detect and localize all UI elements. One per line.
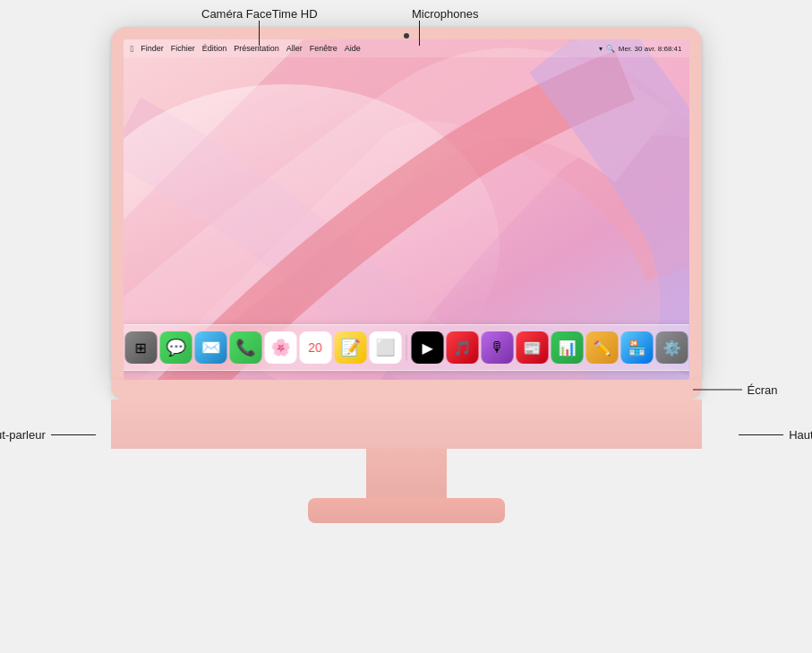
wifi-icon: ▾ xyxy=(599,45,603,53)
screen-annotation: Écran xyxy=(693,383,778,397)
speaker-left-line xyxy=(51,434,96,435)
stand-base xyxy=(308,498,505,523)
dock-sysprefs[interactable]: ⚙️ xyxy=(655,331,688,364)
datetime: Mer. 30 avr. 8:68:41 xyxy=(619,45,682,53)
dock-podcasts[interactable]: 🎙 xyxy=(481,331,513,364)
menu-finder: Finder xyxy=(141,44,164,53)
camera-pointer-line xyxy=(259,21,260,46)
search-icon: 🔍 xyxy=(606,45,615,53)
screen:  Finder Fichier Édition Présentation Al… xyxy=(124,39,689,380)
speaker-right-line xyxy=(739,434,783,435)
wallpaper:  Finder Fichier Édition Présentation Al… xyxy=(124,39,689,380)
apple-menu:  xyxy=(131,44,134,54)
scene: Caméra FaceTime HD Microphones xyxy=(0,0,812,653)
dock-notes[interactable]: 📝 xyxy=(334,331,366,364)
speaker-right-label: Haut-parleur xyxy=(789,428,812,442)
menu-fichier: Fichier xyxy=(171,44,195,53)
dock-photos[interactable]: 🌸 xyxy=(264,331,296,364)
stand-neck xyxy=(366,449,447,498)
dock-tv[interactable]: ▶ xyxy=(411,331,443,364)
camera-label: Caméra FaceTime HD xyxy=(201,7,318,21)
dock-phone[interactable]: 📞 xyxy=(229,331,261,364)
dock-reminders[interactable]: ⬜ xyxy=(369,331,401,364)
speaker-left-label: Haut-parleur xyxy=(0,428,46,442)
dock-mail[interactable]: ✉️ xyxy=(194,331,227,364)
menubar-right: ▾ 🔍 Mer. 30 avr. 8:68:41 xyxy=(599,45,682,53)
dock-numbers[interactable]: 📊 xyxy=(551,331,583,364)
dock-appstore[interactable]: 🏪 xyxy=(620,331,653,364)
dock-separator xyxy=(406,335,406,360)
dock-calendar[interactable]: 20 xyxy=(299,331,331,364)
dock-messages[interactable]: 💬 xyxy=(159,331,192,364)
imac-wrapper:  Finder Fichier Édition Présentation Al… xyxy=(111,27,702,523)
mic-pointer-line xyxy=(419,21,420,46)
dock: 🌀 ⊞ 💬 ✉️ xyxy=(124,324,689,371)
dock-pages[interactable]: ✏️ xyxy=(585,331,618,364)
monitor:  Finder Fichier Édition Présentation Al… xyxy=(111,27,702,380)
dock-music[interactable]: 🎵 xyxy=(446,331,478,364)
screen-line xyxy=(693,390,742,391)
speaker-right-annotation: Haut-parleur xyxy=(739,428,812,442)
bottom-body: Haut-parleur Haut-parleur xyxy=(111,400,702,449)
microphone-label: Microphones xyxy=(412,7,478,21)
dock-launchpad[interactable]: ⊞ xyxy=(124,331,157,364)
dock-news[interactable]: 📰 xyxy=(516,331,548,364)
screen-label: Écran xyxy=(748,383,778,397)
camera-dot xyxy=(404,33,409,39)
menu-aide: Aide xyxy=(345,44,361,53)
speaker-left-annotation: Haut-parleur xyxy=(0,428,96,442)
monitor-chin: Écran xyxy=(111,380,702,400)
